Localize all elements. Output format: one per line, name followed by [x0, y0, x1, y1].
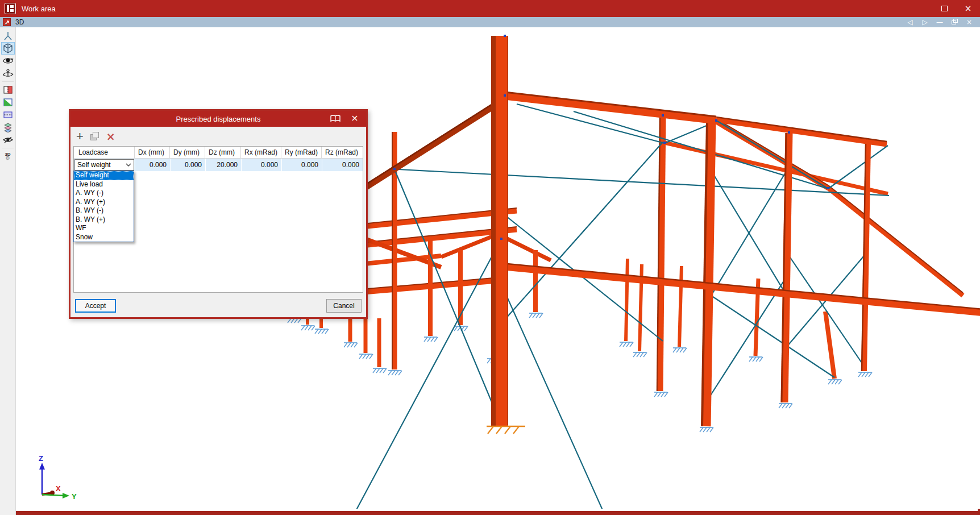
- eye-off-icon: [2, 135, 14, 144]
- view-tabbar: 3D ◁ ▷ — ×: [0, 17, 980, 27]
- rx-cell[interactable]: 0.000: [241, 159, 281, 171]
- copy-row-button[interactable]: [90, 132, 99, 141]
- view-cube-tool[interactable]: [1, 42, 15, 55]
- dropdown-option-self-weight[interactable]: Self weight: [74, 171, 134, 180]
- z-axis-label: Z: [39, 454, 43, 463]
- slope-view-tool[interactable]: [1, 96, 15, 109]
- app-icon: [5, 3, 16, 14]
- window-titlebar: Work area ×: [0, 0, 980, 17]
- dx-cell[interactable]: 0.000: [135, 159, 170, 171]
- axes-triad: Z X Y: [24, 448, 92, 505]
- sidebar-separator: [2, 81, 14, 82]
- dropdown-option-a-wy-plus[interactable]: A. WY (+): [74, 198, 134, 207]
- sidebar-separator: [2, 148, 14, 148]
- dy-cell[interactable]: 0.000: [170, 159, 205, 171]
- loadcase-dropdown-list: Self weight Live load A. WY (-) A. WY (+…: [73, 171, 134, 242]
- nav-back-button[interactable]: ◁: [904, 18, 916, 26]
- orbit-tool[interactable]: [1, 55, 15, 67]
- dropdown-option-snow[interactable]: Snow: [74, 233, 134, 242]
- nav-forward-button[interactable]: ▷: [919, 18, 931, 26]
- cancel-button[interactable]: Cancel: [326, 299, 362, 313]
- help-book-icon[interactable]: [330, 114, 341, 124]
- dialog-footer: Accept Cancel: [70, 294, 366, 317]
- frame-node-icon: [3, 31, 13, 41]
- loadcase-combobox-value: Self weight: [77, 161, 126, 169]
- chevron-down-icon: [126, 163, 131, 167]
- dialog-title: Prescribed displacements: [176, 115, 261, 123]
- loadcase-combobox[interactable]: Self weight: [74, 159, 134, 171]
- dz-cell[interactable]: 20.000: [205, 159, 241, 171]
- clip-plane-tool[interactable]: [1, 109, 15, 121]
- section-icon: [3, 85, 13, 94]
- col-rz: Rz (mRad): [322, 147, 363, 158]
- delete-row-button[interactable]: ×: [106, 131, 115, 142]
- accept-button[interactable]: Accept: [75, 299, 116, 313]
- dropdown-option-b-wy-minus[interactable]: B. WY (-): [74, 206, 134, 215]
- col-dz: Dz (mm): [205, 147, 241, 158]
- ry-cell[interactable]: 0.000: [281, 159, 322, 171]
- table-header: Loadcase Dx (mm) Dy (mm) Dz (mm) Rx (mRa…: [74, 147, 363, 159]
- 3d-settings-icon: 3D ⚙: [5, 152, 10, 160]
- close-view-button[interactable]: ×: [963, 18, 975, 26]
- loadcase-cell: Self weight: [74, 159, 135, 171]
- col-dx: Dx (mm): [135, 147, 170, 158]
- dialog-close-button[interactable]: ×: [349, 113, 360, 123]
- close-button[interactable]: ×: [956, 0, 980, 17]
- rz-cell[interactable]: 0.000: [322, 159, 363, 171]
- col-ry: Ry (mRad): [281, 147, 322, 158]
- 3d-view-icon: [3, 18, 11, 26]
- orbit-icon: [2, 56, 14, 65]
- maximize-button[interactable]: [932, 0, 956, 17]
- y-axis-label: Y: [72, 492, 77, 501]
- tab-3d[interactable]: 3D: [15, 18, 24, 26]
- section-tool[interactable]: [1, 84, 15, 96]
- frame-node-tool[interactable]: [1, 30, 15, 42]
- dialog-titlebar[interactable]: Prescribed displacements ×: [70, 111, 366, 127]
- hide-elements-tool[interactable]: [1, 134, 15, 146]
- restore-view-button[interactable]: [948, 18, 961, 26]
- table-row: Self weight 0.000 0.000 20.000 0.000 0.0…: [74, 159, 363, 171]
- prescribed-displacements-dialog: Prescribed displacements × + × Loadcase …: [69, 109, 368, 319]
- col-rx: Rx (mRad): [241, 147, 281, 158]
- clip-plane-icon: [3, 110, 13, 119]
- col-dy: Dy (mm): [170, 147, 205, 158]
- pan-rotate-tool[interactable]: [1, 67, 15, 80]
- dropdown-option-wf[interactable]: WF: [74, 224, 134, 233]
- maximize-icon: [941, 6, 948, 11]
- dropdown-option-b-wy-plus[interactable]: B. WY (+): [74, 215, 134, 225]
- view-cube-icon: [3, 43, 13, 53]
- layers-icon: [2, 122, 14, 132]
- tool-sidebar: 3D ⚙: [0, 27, 16, 515]
- x-axis-label: X: [56, 484, 61, 493]
- layers-tool[interactable]: [1, 121, 15, 134]
- minimize-view-button[interactable]: —: [933, 18, 946, 26]
- dialog-toolbar: + ×: [70, 127, 366, 146]
- dropdown-option-live-load[interactable]: Live load: [74, 180, 134, 189]
- dropdown-option-a-wy-minus[interactable]: A. WY (-): [74, 189, 134, 198]
- 3d-settings-tool[interactable]: 3D ⚙: [1, 150, 15, 163]
- pan-rotate-icon: [2, 68, 14, 78]
- slope-view-icon: [3, 98, 13, 107]
- add-row-button[interactable]: +: [76, 131, 84, 142]
- window-title: Work area: [22, 5, 56, 13]
- application-window: Work area × 3D ◁ ▷ — ×: [0, 0, 980, 515]
- col-loadcase: Loadcase: [74, 147, 135, 158]
- restore-icon: [952, 19, 958, 24]
